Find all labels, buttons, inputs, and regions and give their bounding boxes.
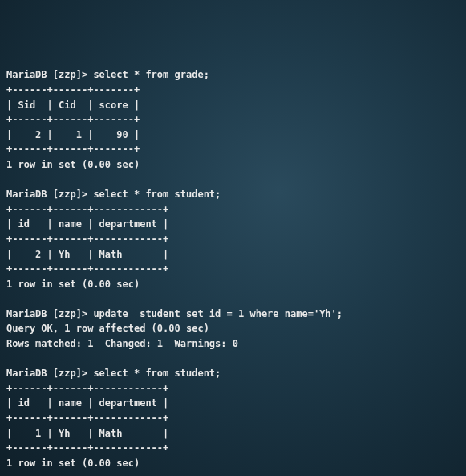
terminal-line: MariaDB [zzp]> select * from student; xyxy=(6,366,460,381)
output-text: +------+------+------------+ xyxy=(6,442,168,454)
output-text: 1 row in set (0.00 sec) xyxy=(6,279,140,290)
terminal-line xyxy=(6,173,460,188)
terminal-line: Rows matched: 1 Changed: 1 Warnings: 0 xyxy=(6,336,460,352)
command-text: select * from student; xyxy=(93,368,221,379)
terminal-line: MariaDB [zzp]> select * from student; xyxy=(6,187,460,202)
terminal-line: MariaDB [zzp]> select * from grade; xyxy=(6,67,460,83)
command-text: update student set id = 1 where name='Yh… xyxy=(93,308,342,319)
terminal-line: +------+------+------------+ xyxy=(6,441,460,456)
output-text: +------+------+-------+ xyxy=(6,144,140,155)
output-text: +------+------+------------+ xyxy=(6,204,168,215)
terminal-line: MariaDB [zzp]> update student set id = 1… xyxy=(6,307,460,322)
terminal-line: | Sid | Cid | score | xyxy=(6,98,460,113)
output-text: | 2 | Yh | Math | xyxy=(6,249,168,260)
terminal-line: 1 row in set (0.00 sec) xyxy=(6,157,460,173)
prompt-text: MariaDB [zzp]> xyxy=(6,368,93,379)
terminal-line: +------+------+-------+ xyxy=(6,83,460,98)
output-text: +------+------+------------+ xyxy=(6,413,168,424)
prompt-text: MariaDB [zzp]> xyxy=(6,69,93,80)
command-text: select * from student; xyxy=(93,189,221,200)
prompt-text: MariaDB [zzp]> xyxy=(6,189,93,200)
output-text: | id | name | department | xyxy=(6,218,168,230)
terminal-line: +------+------+------------+ xyxy=(6,381,460,397)
output-text: +------+------+-------+ xyxy=(6,114,140,125)
output-text: Rows matched: 1 Changed: 1 Warnings: 0 xyxy=(6,338,238,349)
terminal-line: +------+------+------------+ xyxy=(6,411,460,426)
output-text: | 2 | 1 | 90 | xyxy=(6,129,140,140)
output-text: +------+------+------------+ xyxy=(6,263,168,275)
terminal-output[interactable]: MariaDB [zzp]> select * from grade;+----… xyxy=(6,67,460,476)
prompt-text: MariaDB [zzp]> xyxy=(6,308,93,319)
terminal-line: 1 row in set (0.00 sec) xyxy=(6,277,460,292)
output-text: Query OK, 1 row affected (0.00 sec) xyxy=(6,323,209,334)
output-text: +------+------+------------+ xyxy=(6,383,168,394)
terminal-line: 1 row in set (0.00 sec) xyxy=(6,456,460,471)
command-text: select * from grade; xyxy=(93,69,209,80)
terminal-line: | 1 | Yh | Math | xyxy=(6,426,460,441)
output-text: | 1 | Yh | Math | xyxy=(6,428,168,439)
output-text: +------+------+------------+ xyxy=(6,234,168,245)
terminal-line xyxy=(6,291,460,307)
terminal-line: | 2 | Yh | Math | xyxy=(6,247,460,262)
terminal-line: Query OK, 1 row affected (0.00 sec) xyxy=(6,321,460,336)
output-text: 1 row in set (0.00 sec) xyxy=(6,159,140,170)
output-text: | id | name | department | xyxy=(6,397,168,409)
terminal-line: | id | name | department | xyxy=(6,396,460,411)
output-text: | Sid | Cid | score | xyxy=(6,100,140,111)
output-text: 1 row in set (0.00 sec) xyxy=(6,458,140,469)
terminal-line xyxy=(6,352,460,367)
output-text: +------+------+-------+ xyxy=(6,84,140,96)
terminal-line xyxy=(6,470,460,476)
terminal-line: +------+------+------------+ xyxy=(6,202,460,218)
terminal-line: +------+------+------------+ xyxy=(6,262,460,277)
terminal-line: +------+------+-------+ xyxy=(6,112,460,128)
terminal-line: | id | name | department | xyxy=(6,217,460,232)
terminal-line: | 2 | 1 | 90 | xyxy=(6,128,460,143)
terminal-line: +------+------+-------+ xyxy=(6,142,460,157)
terminal-line: +------+------+------------+ xyxy=(6,232,460,247)
